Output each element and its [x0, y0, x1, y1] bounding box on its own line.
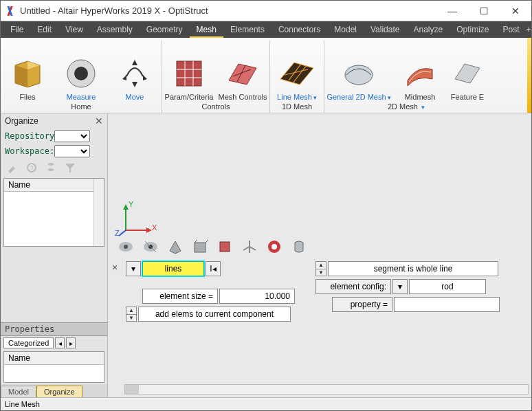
files-button[interactable]: Files	[3, 54, 52, 101]
entity-prev-button[interactable]: ▾	[126, 261, 141, 276]
menu-analyze[interactable]: Analyze	[406, 21, 450, 38]
gen2d-label: General 2D Mesh▾	[326, 93, 390, 101]
add-elems-button[interactable]: add elems to current component	[138, 307, 291, 322]
elem-config-dropdown[interactable]: ▾	[392, 279, 408, 294]
filter-icon[interactable]	[64, 162, 76, 174]
workspace-select[interactable]	[54, 145, 90, 157]
ribbon-group-2dmesh: General 2D Mesh▾ Midmesh Feature E 2D Me…	[324, 41, 488, 113]
menu-validate[interactable]: Validate	[364, 21, 406, 38]
plus-icon[interactable]: +	[527, 23, 531, 36]
horizontal-scrollbar[interactable]	[124, 384, 529, 395]
menu-model[interactable]: Model	[327, 21, 364, 38]
tab-model[interactable]: Model	[1, 386, 36, 397]
repository-row: Repository:	[1, 129, 107, 144]
feature-button[interactable]: Feature E	[450, 54, 485, 101]
svg-line-36	[195, 240, 197, 243]
param-criteria-button[interactable]: Param/Criteria	[165, 54, 213, 101]
gen2d-button[interactable]: General 2D Mesh▾	[327, 54, 390, 101]
menu-mesh[interactable]: Mesh	[190, 21, 223, 38]
ribbon-accent	[527, 38, 531, 113]
view-icon-5[interactable]	[217, 238, 233, 255]
organize-close-icon[interactable]: ✕	[95, 115, 103, 126]
categorized-row: Categorized ◂ ▸	[1, 336, 107, 350]
tool2-icon[interactable]: ?	[25, 162, 38, 174]
midmesh-button[interactable]: Midmesh	[396, 54, 444, 101]
y-axis-label: Y	[129, 200, 133, 208]
menu-elements[interactable]: Elements	[223, 21, 271, 38]
svg-marker-25	[123, 204, 129, 210]
group-controls-label: Controls	[202, 101, 230, 113]
mesh-controls-button[interactable]: Mesh Controls	[219, 54, 267, 101]
group-1d-label: 1D Mesh	[282, 101, 312, 113]
title-bar: Untitled - Altair HyperWorks 2019 X - Op…	[1, 1, 531, 21]
view-icon-2[interactable]	[142, 238, 159, 255]
add-elems-spinner[interactable]: ▲▼	[126, 307, 137, 322]
organize-toolbar: ?	[1, 159, 107, 177]
view-iconbar	[118, 238, 307, 255]
close-button[interactable]: ✕	[500, 1, 531, 21]
move-icon	[115, 54, 154, 93]
view-icon-7[interactable]	[266, 238, 282, 255]
menu-view[interactable]: View	[58, 21, 90, 38]
tool3-icon[interactable]	[45, 162, 57, 174]
workspace-row: Workspace:	[1, 144, 107, 159]
line-mesh-button[interactable]: Line Mesh▾	[273, 54, 321, 101]
repository-label: Repository:	[5, 131, 54, 141]
view-icon-3[interactable]	[167, 238, 184, 255]
group-2d-label: 2D Mesh ▾	[388, 101, 425, 113]
cat-left-icon[interactable]: ◂	[55, 337, 65, 348]
feature-label: Feature E	[451, 93, 484, 101]
measure-button[interactable]: Measure	[57, 54, 105, 101]
tab-organize[interactable]: Organize	[36, 386, 82, 397]
organize-title: Organize	[5, 116, 38, 126]
x-axis-label: X	[152, 223, 157, 232]
menu-edit[interactable]: Edit	[30, 21, 58, 38]
grid-icon	[170, 54, 208, 93]
categorized-tab[interactable]: Categorized	[3, 337, 54, 348]
property-input[interactable]	[394, 297, 500, 312]
menu-file[interactable]: File	[3, 21, 30, 38]
cat-right-icon[interactable]: ▸	[66, 337, 76, 348]
svg-line-28	[119, 230, 126, 236]
meshctrl-label: Mesh Controls	[219, 93, 267, 101]
view-icon-6[interactable]	[241, 238, 258, 255]
elem-config-value[interactable]: rod	[409, 279, 486, 294]
elem-size-input[interactable]: 10.000	[219, 289, 295, 304]
menu-post[interactable]: Post	[496, 21, 527, 38]
menu-connectors[interactable]: Connectors	[271, 21, 327, 38]
midmesh-label: Midmesh	[405, 93, 436, 101]
left-panel: Organize ✕ Repository: Workspace: ? Name	[1, 113, 108, 397]
linemesh-icon	[278, 54, 316, 93]
group-home-label: Home	[71, 101, 91, 113]
name-list[interactable]: Name	[3, 178, 104, 247]
gen2d-icon	[340, 54, 378, 93]
move-button[interactable]: Move	[111, 54, 159, 101]
svg-point-40	[271, 244, 277, 249]
menu-optimize[interactable]: Optimize	[450, 21, 496, 38]
status-text: Line Mesh	[5, 400, 40, 408]
bottom-tabs: Model Organize	[1, 384, 107, 397]
menu-geometry[interactable]: Geometry	[140, 21, 190, 38]
name-list-2[interactable]: Name	[3, 351, 104, 383]
axes-triad: Y X Z	[118, 203, 159, 237]
lines-selector[interactable]: lines	[142, 261, 204, 276]
graphics-canvas[interactable]: Y X Z × ▾ lines I◂	[108, 113, 531, 397]
repository-select[interactable]	[54, 130, 90, 142]
menu-assembly[interactable]: Assembly	[90, 21, 140, 38]
param-label: Param/Criteria	[165, 93, 214, 101]
segment-spinner[interactable]: ▲▼	[315, 261, 326, 276]
segment-button[interactable]: segment is whole line	[328, 261, 498, 276]
minimize-button[interactable]: ―	[436, 1, 468, 21]
view-icon-8[interactable]	[291, 238, 307, 255]
list-scrollbar[interactable]	[93, 179, 104, 246]
maximize-button[interactable]: ☐	[468, 1, 500, 21]
tool1-icon[interactable]	[6, 162, 19, 174]
svg-line-37	[206, 240, 208, 243]
view-icon-1[interactable]	[118, 238, 134, 255]
status-bar: Line Mesh	[1, 397, 531, 410]
entity-reset-button[interactable]: I◂	[206, 261, 221, 276]
files-icon	[8, 54, 47, 93]
svg-point-6	[74, 67, 88, 80]
svg-point-30	[124, 245, 128, 249]
view-icon-4[interactable]	[192, 238, 208, 255]
